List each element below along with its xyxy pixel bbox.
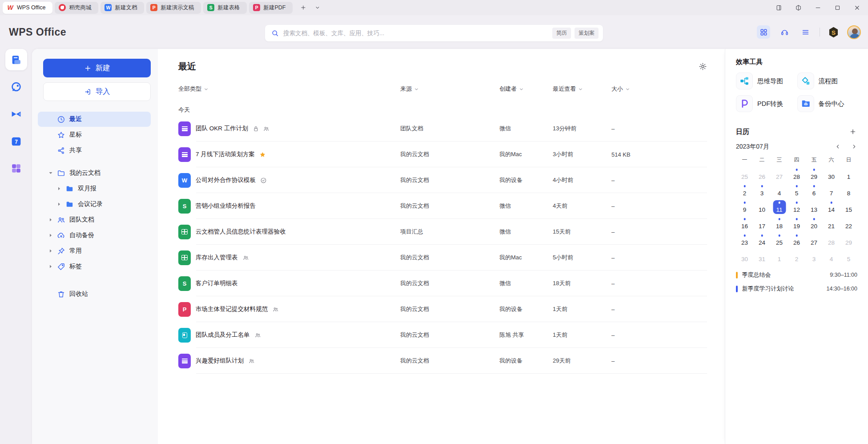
file-row[interactable]: 库存出入管理表我的云文档我的Mac5小时前– (178, 245, 707, 270)
calendar-day[interactable]: 19 (788, 217, 805, 231)
member-badge-icon[interactable]: S (828, 26, 840, 38)
filter-来源[interactable]: 来源 (400, 85, 499, 93)
caret-right-icon[interactable] (48, 233, 53, 238)
event-item[interactable]: 新季度学习计划讨论14:30–16:00 (736, 285, 857, 293)
calendar-day[interactable]: 22 (840, 217, 857, 231)
file-row[interactable]: 团队成员及分工名单我的云文档陈旭 共享1天前– (178, 322, 707, 348)
calendar-day[interactable]: 29 (840, 233, 857, 247)
minimize-button[interactable] (813, 3, 823, 12)
file-row[interactable]: 团队 OKR 工作计划团队文档微信13分钟前– (178, 116, 707, 141)
file-row[interactable]: S营销小组业绩分析报告我的云文档微信4天前– (178, 193, 707, 219)
calendar-day[interactable]: 4 (823, 250, 840, 264)
calendar-day[interactable]: 31 (753, 250, 771, 264)
close-button[interactable] (852, 3, 862, 12)
caret-down-icon[interactable] (48, 171, 53, 175)
calendar-day[interactable]: 25 (771, 233, 788, 247)
tab-list-dropdown-icon[interactable] (313, 3, 322, 12)
filter-大小[interactable]: 大小 (611, 85, 707, 93)
calendar-day[interactable]: 15 (840, 200, 857, 214)
sidebar-item-团队文档[interactable]: 团队文档 (38, 212, 151, 227)
caret-right-icon[interactable] (57, 186, 61, 191)
calendar-day[interactable]: 13 (805, 200, 823, 214)
calendar-day[interactable]: 21 (823, 217, 840, 231)
tab-新建PDF[interactable]: P新建PDF (249, 2, 293, 14)
event-item[interactable]: 季度总结会9:30–11:00 (736, 271, 857, 279)
calendar-day[interactable]: 16 (736, 217, 753, 231)
sidebar-item-回收站[interactable]: 回收站 (38, 287, 151, 302)
caret-right-icon[interactable] (48, 218, 53, 222)
calendar-day[interactable]: 30 (823, 167, 840, 182)
sidebar-item-标签[interactable]: 标签 (38, 259, 151, 274)
tool-思维导图[interactable]: 思维导图 (736, 73, 796, 89)
file-row[interactable]: W公司对外合作协议模板我的云文档我的设备4小时前– (178, 167, 707, 193)
caret-right-icon[interactable] (57, 202, 61, 206)
sidebar-item-我的云文档[interactable]: 我的云文档 (38, 165, 151, 181)
add-tab-button[interactable] (298, 3, 308, 12)
calendar-day-selected[interactable]: 11 (771, 200, 788, 214)
sidebar-item-共享[interactable]: 共享 (38, 143, 151, 158)
maximize-button[interactable] (832, 3, 842, 12)
calendar-day[interactable]: 23 (736, 233, 753, 247)
search-chip[interactable]: 简历 (552, 28, 571, 39)
caret-right-icon[interactable] (48, 249, 53, 253)
search-chip[interactable]: 策划案 (575, 28, 599, 39)
calendar-day[interactable]: 9 (736, 200, 753, 214)
tool-PDF转换[interactable]: PDF转换 (736, 95, 796, 112)
calendar-day[interactable]: 6 (805, 184, 823, 198)
calendar-day[interactable]: 7 (823, 184, 840, 198)
calendar-day[interactable]: 17 (753, 217, 771, 231)
sidebar-item-星标[interactable]: 星标 (38, 127, 151, 142)
file-row[interactable]: 云文档管人员信息统计表理器验收项目汇总微信15天前– (178, 219, 707, 245)
rail-chat-icon[interactable] (5, 76, 27, 97)
calendar-day[interactable]: 25 (736, 167, 753, 182)
sidebar-item-会议记录[interactable]: 会议记录 (38, 197, 151, 212)
calendar-day[interactable]: 18 (771, 217, 788, 231)
rail-apps-grid-icon[interactable] (5, 157, 27, 179)
sidebar-item-自动备份[interactable]: 自动备份 (38, 228, 151, 243)
workspace-icon[interactable] (793, 3, 803, 12)
calendar-day[interactable]: 24 (753, 233, 771, 247)
calendar-day[interactable]: 5 (788, 184, 805, 198)
tab-稻壳商城[interactable]: 稻壳商城 (55, 2, 98, 14)
rail-documents-home-icon[interactable] (5, 49, 27, 70)
calendar-day[interactable]: 27 (805, 233, 823, 247)
sidebar-item-常用[interactable]: 常用 (38, 243, 151, 258)
support-headset-icon[interactable] (778, 25, 791, 39)
tab-WPS Office[interactable]: WWPS Office (3, 2, 52, 14)
calendar-day[interactable]: 26 (753, 167, 771, 182)
calendar-day[interactable]: 4 (771, 184, 788, 198)
calendar-day[interactable]: 28 (788, 167, 805, 182)
menu-icon[interactable] (799, 25, 812, 39)
calendar-next-icon[interactable] (851, 144, 857, 150)
calendar-day[interactable]: 5 (840, 250, 857, 264)
split-view-icon[interactable] (774, 3, 784, 12)
calendar-day[interactable]: 3 (753, 184, 771, 198)
sidebar-item-双月报[interactable]: 双月报 (38, 181, 151, 196)
tool-备份中心[interactable]: 备份中心 (797, 95, 858, 112)
tool-流程图[interactable]: 流程图 (797, 73, 858, 89)
file-row[interactable]: S客户订单明细表我的云文档微信18天前– (178, 270, 707, 296)
apps-grid-icon[interactable] (757, 25, 770, 39)
add-event-button[interactable] (848, 127, 857, 136)
calendar-day[interactable]: 20 (805, 217, 823, 231)
calendar-day[interactable]: 3 (805, 250, 823, 264)
rail-meeting-video-icon[interactable] (5, 103, 27, 125)
tab-新建文档[interactable]: W新建文档 (100, 2, 144, 14)
calendar-day[interactable]: 14 (823, 200, 840, 214)
new-document-button[interactable]: 新建 (43, 59, 151, 77)
calendar-day[interactable]: 2 (736, 184, 753, 198)
calendar-day[interactable]: 29 (805, 167, 823, 182)
rail-calendar-icon[interactable]: 7 (5, 130, 27, 152)
filter-全部类型[interactable]: 全部类型 (178, 85, 400, 93)
user-avatar[interactable] (847, 25, 861, 39)
calendar-day[interactable]: 30 (736, 250, 753, 264)
calendar-prev-icon[interactable] (835, 144, 841, 150)
filter-创建者[interactable]: 创建者 (499, 85, 553, 93)
calendar-day[interactable]: 12 (788, 200, 805, 214)
calendar-day[interactable]: 28 (823, 233, 840, 247)
calendar-day[interactable]: 26 (788, 233, 805, 247)
calendar-day[interactable]: 10 (753, 200, 771, 214)
settings-gear-icon[interactable] (699, 62, 707, 71)
calendar-day[interactable]: 2 (788, 250, 805, 264)
calendar-day[interactable]: 8 (840, 184, 857, 198)
